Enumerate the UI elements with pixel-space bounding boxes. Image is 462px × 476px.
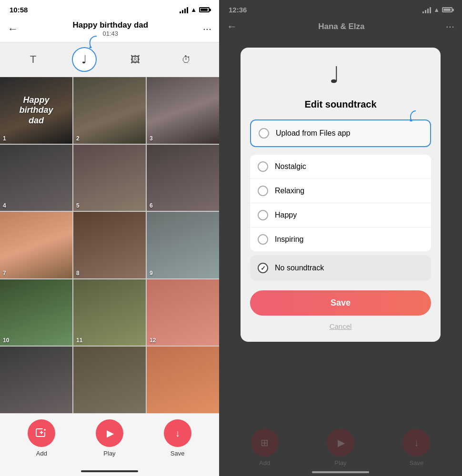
photo-cell-2[interactable]	[73, 77, 146, 144]
left-toolbar: T ♩ 🖼 ⏱	[0, 42, 219, 77]
no-soundtrack-radio[interactable]	[258, 263, 268, 273]
photo-grid: Happybirthday dad	[0, 77, 219, 413]
left-title: Happy birthday dad	[18, 20, 203, 30]
modal-title: Edit soundtrack	[304, 99, 376, 110]
svg-marker-8	[410, 119, 412, 121]
toolbar-music-icon[interactable]: ♩	[72, 47, 97, 72]
photo-cell-13[interactable]	[0, 347, 72, 413]
happy-radio[interactable]	[258, 210, 268, 220]
no-soundtrack-label: No soundtrack	[275, 264, 324, 272]
modal-card: ♩ Edit soundtrack Upload from Files app	[241, 48, 441, 342]
left-phone: 10:58 ▲ ← Happy birthday dad 01:43 ··· T	[0, 0, 219, 476]
option-nostalgic[interactable]: Nostalgic	[250, 155, 431, 178]
option-inspiring[interactable]: Inspiring	[250, 227, 431, 251]
nostalgic-radio[interactable]	[258, 161, 268, 172]
more-menu-button[interactable]: ···	[203, 23, 211, 35]
left-status-icons: ▲	[180, 6, 210, 13]
toolbar-timer-icon[interactable]: ⏱	[174, 47, 199, 72]
right-annotation-arrow	[402, 109, 420, 123]
photo-cell-11[interactable]	[73, 279, 146, 346]
wifi-icon: ▲	[191, 6, 197, 13]
photo-cell-14[interactable]	[73, 347, 146, 413]
signal-icon	[180, 7, 188, 13]
relaxing-radio[interactable]	[258, 186, 268, 196]
modal-music-icon: ♩	[327, 61, 354, 93]
photo-cell-8[interactable]	[73, 212, 146, 278]
svg-text:♩: ♩	[329, 62, 340, 88]
toolbar-image-icon[interactable]: 🖼	[123, 47, 148, 72]
add-button-icon	[28, 419, 55, 447]
add-button-label: Add	[36, 450, 47, 457]
option-happy[interactable]: Happy	[250, 203, 431, 227]
photo-cell-1[interactable]: Happybirthday dad	[0, 77, 72, 144]
left-subtitle: 01:43	[18, 30, 203, 37]
upload-option[interactable]: Upload from Files app	[250, 119, 431, 147]
play-button[interactable]: ▶ Play	[96, 419, 123, 457]
back-button[interactable]: ←	[8, 23, 18, 35]
left-home-indicator	[0, 466, 219, 476]
left-status-time: 10:58	[10, 6, 28, 14]
photo-cell-5[interactable]	[73, 145, 146, 211]
no-soundtrack-option[interactable]: No soundtrack	[250, 255, 431, 281]
happy-label: Happy	[275, 211, 297, 219]
photo-cell-10[interactable]	[0, 279, 72, 346]
add-button[interactable]: Add	[28, 419, 55, 457]
play-button-icon: ▶	[96, 419, 123, 447]
inspiring-label: Inspiring	[275, 235, 303, 244]
svg-marker-0	[89, 45, 92, 48]
right-phone: 12:36 ▲ ← Hana & Elza ··· ⊞ Add	[219, 0, 462, 476]
modal-cancel-button[interactable]: Cancel	[330, 322, 352, 330]
play-button-label: Play	[103, 450, 115, 457]
photo-cell-15[interactable]	[147, 347, 219, 413]
save-button-label: Save	[171, 450, 185, 457]
left-bottom-bar: Add ▶ Play ↓ Save	[0, 413, 219, 466]
modal-save-button[interactable]: Save	[250, 290, 431, 316]
photo-cell-6[interactable]	[147, 145, 219, 211]
modal-overlay: ♩ Edit soundtrack Upload from Files app	[219, 0, 462, 476]
toolbar-text-icon[interactable]: T	[21, 47, 46, 72]
option-relaxing[interactable]: Relaxing	[250, 178, 431, 203]
right-home-indicator	[312, 471, 369, 473]
nostalgic-label: Nostalgic	[275, 162, 306, 171]
save-button[interactable]: ↓ Save	[164, 419, 191, 457]
photo-cell-9[interactable]	[147, 212, 219, 278]
inspiring-radio[interactable]	[258, 234, 268, 245]
upload-radio[interactable]	[259, 128, 269, 139]
photo-cell-12[interactable]	[147, 279, 219, 346]
photo-cell-3[interactable]	[147, 77, 219, 144]
battery-icon	[199, 7, 210, 12]
photo-title-overlay: Happybirthday dad	[18, 95, 54, 126]
save-button-icon: ↓	[164, 419, 191, 447]
left-header: ← Happy birthday dad 01:43 ···	[0, 17, 219, 42]
photo-cell-7[interactable]	[0, 212, 72, 278]
music-options-group: Nostalgic Relaxing Happy Inspiring	[250, 155, 431, 251]
annotation-arrow	[83, 34, 102, 50]
relaxing-label: Relaxing	[275, 187, 304, 195]
photo-cell-4[interactable]	[0, 145, 72, 211]
left-status-bar: 10:58 ▲	[0, 0, 219, 17]
left-header-title-block: Happy birthday dad 01:43	[18, 20, 203, 37]
upload-label: Upload from Files app	[276, 129, 351, 138]
